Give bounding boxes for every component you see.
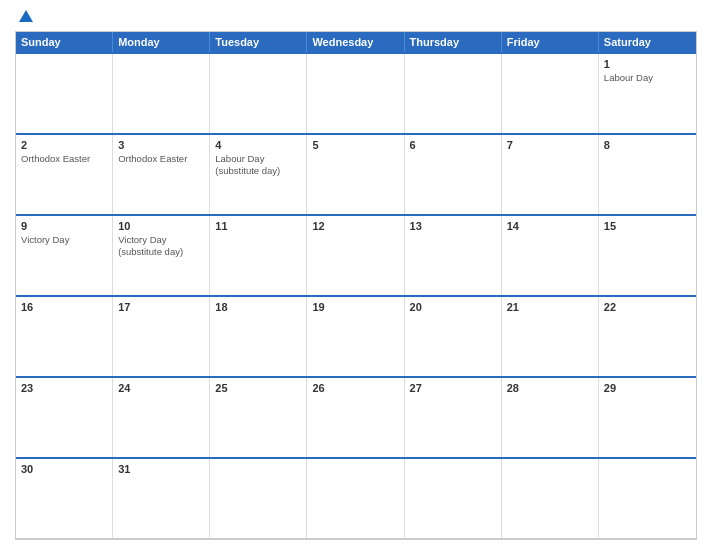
calendar-page: SundayMondayTuesdayWednesdayThursdayFrid… <box>0 0 712 550</box>
day-event: Victory Day <box>118 234 204 246</box>
calendar-header-row: SundayMondayTuesdayWednesdayThursdayFrid… <box>16 32 696 52</box>
calendar: SundayMondayTuesdayWednesdayThursdayFrid… <box>15 31 697 540</box>
day-number: 5 <box>312 139 398 151</box>
calendar-day-cell: 8 <box>599 135 696 214</box>
calendar-day-cell: 21 <box>502 297 599 376</box>
day-number: 7 <box>507 139 593 151</box>
day-event: Orthodox Easter <box>118 153 204 165</box>
calendar-day-cell: 15 <box>599 216 696 295</box>
calendar-day-cell: 7 <box>502 135 599 214</box>
day-number: 28 <box>507 382 593 394</box>
calendar-day-cell: 28 <box>502 378 599 457</box>
day-number: 13 <box>410 220 496 232</box>
day-number: 29 <box>604 382 691 394</box>
calendar-day-cell <box>307 459 404 538</box>
calendar-day-cell <box>502 54 599 133</box>
day-number: 1 <box>604 58 691 70</box>
calendar-day-cell: 3Orthodox Easter <box>113 135 210 214</box>
calendar-day-cell: 17 <box>113 297 210 376</box>
day-number: 8 <box>604 139 691 151</box>
calendar-day-cell: 12 <box>307 216 404 295</box>
day-event: Victory Day <box>21 234 107 246</box>
calendar-day-cell: 1Labour Day <box>599 54 696 133</box>
calendar-day-cell: 13 <box>405 216 502 295</box>
day-number: 21 <box>507 301 593 313</box>
calendar-day-cell <box>502 459 599 538</box>
day-event: (substitute day) <box>215 165 301 177</box>
day-number: 24 <box>118 382 204 394</box>
calendar-header-cell: Thursday <box>405 32 502 52</box>
calendar-day-cell: 23 <box>16 378 113 457</box>
calendar-day-cell: 29 <box>599 378 696 457</box>
day-number: 2 <box>21 139 107 151</box>
day-number: 27 <box>410 382 496 394</box>
calendar-day-cell: 11 <box>210 216 307 295</box>
calendar-day-cell: 24 <box>113 378 210 457</box>
day-number: 16 <box>21 301 107 313</box>
header <box>15 10 697 23</box>
calendar-week-row: 23242526272829 <box>16 376 696 457</box>
day-number: 11 <box>215 220 301 232</box>
day-number: 23 <box>21 382 107 394</box>
calendar-day-cell: 31 <box>113 459 210 538</box>
calendar-day-cell: 2Orthodox Easter <box>16 135 113 214</box>
calendar-day-cell: 9Victory Day <box>16 216 113 295</box>
calendar-day-cell: 10Victory Day(substitute day) <box>113 216 210 295</box>
calendar-day-cell: 25 <box>210 378 307 457</box>
calendar-day-cell: 20 <box>405 297 502 376</box>
day-number: 22 <box>604 301 691 313</box>
calendar-header-cell: Sunday <box>16 32 113 52</box>
calendar-day-cell: 22 <box>599 297 696 376</box>
day-number: 19 <box>312 301 398 313</box>
day-number: 6 <box>410 139 496 151</box>
calendar-day-cell <box>16 54 113 133</box>
calendar-day-cell: 18 <box>210 297 307 376</box>
calendar-day-cell: 6 <box>405 135 502 214</box>
day-event: (substitute day) <box>118 246 204 258</box>
day-number: 9 <box>21 220 107 232</box>
calendar-header-cell: Monday <box>113 32 210 52</box>
calendar-header-cell: Friday <box>502 32 599 52</box>
day-number: 4 <box>215 139 301 151</box>
calendar-day-cell <box>405 54 502 133</box>
logo-triangle-icon <box>19 10 33 22</box>
calendar-day-cell: 26 <box>307 378 404 457</box>
calendar-day-cell: 27 <box>405 378 502 457</box>
calendar-week-row: 9Victory Day10Victory Day(substitute day… <box>16 214 696 295</box>
calendar-day-cell <box>210 54 307 133</box>
day-number: 26 <box>312 382 398 394</box>
calendar-day-cell <box>210 459 307 538</box>
day-number: 20 <box>410 301 496 313</box>
calendar-day-cell: 30 <box>16 459 113 538</box>
calendar-week-row: 2Orthodox Easter3Orthodox Easter4Labour … <box>16 133 696 214</box>
day-number: 31 <box>118 463 204 475</box>
calendar-day-cell: 4Labour Day(substitute day) <box>210 135 307 214</box>
day-number: 15 <box>604 220 691 232</box>
day-event: Labour Day <box>604 72 691 84</box>
calendar-day-cell <box>307 54 404 133</box>
calendar-header-cell: Wednesday <box>307 32 404 52</box>
day-number: 18 <box>215 301 301 313</box>
day-event: Orthodox Easter <box>21 153 107 165</box>
day-number: 10 <box>118 220 204 232</box>
calendar-week-row: 1Labour Day <box>16 52 696 133</box>
logo-blue-text <box>15 10 33 23</box>
calendar-header-cell: Tuesday <box>210 32 307 52</box>
logo <box>15 10 33 23</box>
calendar-day-cell: 19 <box>307 297 404 376</box>
calendar-day-cell <box>405 459 502 538</box>
calendar-day-cell <box>113 54 210 133</box>
calendar-day-cell: 16 <box>16 297 113 376</box>
day-number: 12 <box>312 220 398 232</box>
day-event: Labour Day <box>215 153 301 165</box>
day-number: 17 <box>118 301 204 313</box>
calendar-week-row: 16171819202122 <box>16 295 696 376</box>
calendar-body: 1Labour Day2Orthodox Easter3Orthodox Eas… <box>16 52 696 539</box>
day-number: 30 <box>21 463 107 475</box>
day-number: 14 <box>507 220 593 232</box>
day-number: 3 <box>118 139 204 151</box>
day-number: 25 <box>215 382 301 394</box>
calendar-day-cell: 5 <box>307 135 404 214</box>
calendar-day-cell: 14 <box>502 216 599 295</box>
calendar-header-cell: Saturday <box>599 32 696 52</box>
